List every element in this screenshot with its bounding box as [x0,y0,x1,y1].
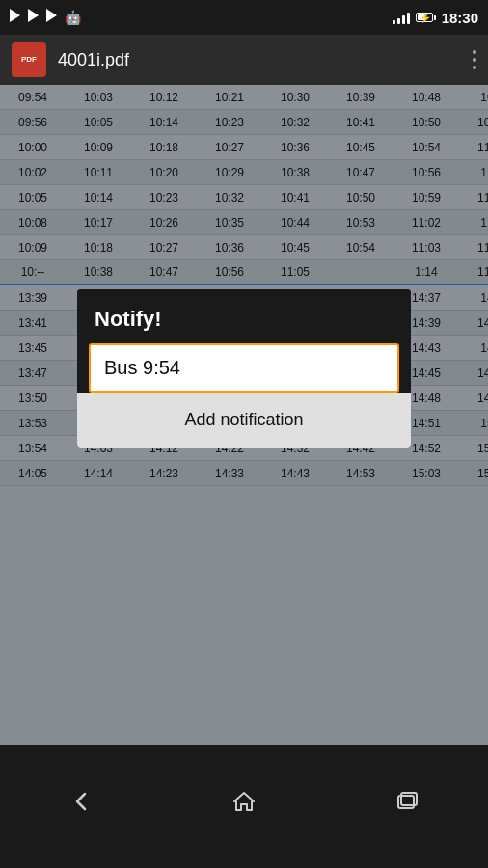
recent-apps-button[interactable] [374,778,440,825]
home-button[interactable] [211,778,277,825]
play-icon-1 [10,9,20,26]
robot-icon: 🤖 [65,10,81,25]
status-bar: 🤖 ⚡ 18:30 [0,0,488,35]
battery-icon: ⚡ [416,13,436,22]
back-button[interactable] [48,778,114,825]
status-bar-right: ⚡ 18:30 [393,10,478,26]
notification-text-input[interactable] [91,345,397,391]
home-icon [230,788,258,815]
app-icon: PDF [12,42,46,77]
dialog-title: Notify! [77,289,411,343]
file-title: 4001i.pdf [58,50,473,70]
app-icon-label: PDF [21,55,37,65]
charging-icon: ⚡ [420,13,431,23]
status-time: 18:30 [442,10,478,26]
notify-dialog: Notify! Add notification [77,289,411,448]
status-bar-left: 🤖 [10,9,81,26]
add-notification-button[interactable]: Add notification [77,393,411,448]
recent-icon [393,788,420,815]
bottom-nav [0,745,488,868]
signal-icon [393,11,410,24]
back-icon [68,788,95,815]
svg-marker-0 [234,793,254,810]
play-icon-2 [28,9,39,26]
more-options-button[interactable] [473,50,476,69]
input-container [89,343,399,393]
top-bar: PDF 4001i.pdf [0,35,488,85]
play-icon-3 [46,9,57,26]
